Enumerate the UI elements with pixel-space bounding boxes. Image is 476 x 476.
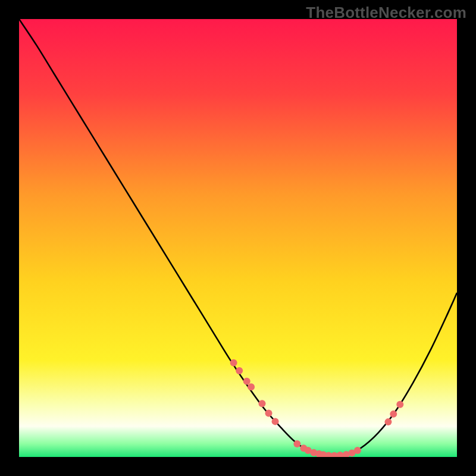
outer-frame: TheBottleNecker.com: [0, 0, 476, 476]
highlighted-point: [236, 367, 243, 374]
chart-svg: [19, 19, 457, 457]
highlighted-point: [384, 418, 392, 425]
highlighted-point: [272, 418, 279, 425]
highlighted-point: [248, 383, 255, 390]
highlighted-point: [390, 411, 397, 418]
highlighted-point: [230, 359, 237, 367]
highlighted-point: [258, 400, 265, 407]
highlighted-point: [396, 401, 403, 408]
highlighted-point: [265, 409, 273, 416]
highlighted-point: [243, 378, 250, 385]
highlighted-point: [354, 447, 361, 454]
chart-background: [19, 19, 457, 457]
highlighted-point: [293, 440, 300, 447]
